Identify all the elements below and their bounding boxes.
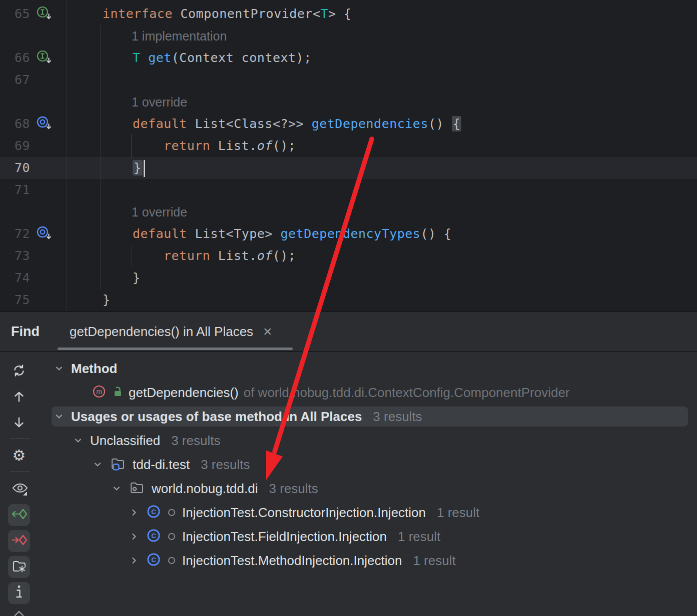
class-result-label: InjectionTest.ConstructorInjection.Injec… (182, 505, 426, 520)
close-icon[interactable]: × (263, 324, 272, 339)
code-keyword: interface (103, 6, 181, 21)
editor-inlay-row: 1 override (0, 201, 697, 223)
chevron-right-icon[interactable] (129, 556, 139, 566)
tree-row-method-result[interactable]: m getDependencies() of world.nobug.tdd.d… (0, 380, 697, 404)
code-static-method: of (257, 248, 273, 263)
line-number: 65 (0, 3, 30, 25)
group-label: Unclassified (90, 433, 160, 448)
line-number: 73 (0, 245, 30, 267)
usages-label: Usages or usages of base method in All P… (71, 409, 362, 424)
class-result-label: InjectionTest.MethodInjection.Injection (182, 553, 402, 568)
tree-row-class-result[interactable]: C InjectionTest.ConstructorInjection.Inj… (0, 500, 697, 524)
line-number: 67 (0, 69, 30, 91)
code-method-name: getDependencies (312, 116, 428, 131)
tab-selected-indicator (58, 348, 293, 350)
svg-text:C: C (151, 532, 156, 540)
class-icon: C (146, 528, 161, 545)
tree-row-unclassified[interactable]: Unclassified 3 results (0, 428, 697, 452)
class-result-count: 1 result (413, 553, 455, 568)
editor-inlay-row: 1 override (0, 91, 697, 113)
info-button[interactable] (8, 582, 30, 604)
editor-line: 71 (0, 179, 697, 201)
text-caret (144, 160, 145, 177)
class-result-label: InjectionTest.FieldInjection.Injection (182, 529, 387, 544)
module-label: tdd-di.test (133, 457, 190, 472)
code-editor[interactable]: 65 interface ComponentProvider<T> { 1 im… (0, 0, 697, 311)
editor-line: 75 } (0, 289, 697, 311)
tab-find-results[interactable]: getDependencies() in All Places × (58, 312, 284, 351)
tree-row-package[interactable]: world.nobug.tdd.di 3 results (0, 476, 697, 500)
chevron-down-icon[interactable] (112, 484, 122, 494)
line-number-current: 70 (0, 157, 30, 179)
tab-title: getDependencies() in All Places (70, 324, 253, 340)
editor-line: 67 (0, 69, 697, 91)
editor-line-current: 70 } (0, 157, 697, 179)
find-panel-title: Find (11, 312, 40, 351)
editor-line: 73 return List.of(); (0, 245, 697, 267)
svg-text:C: C (151, 556, 156, 564)
chevron-down-icon[interactable] (73, 436, 83, 446)
tree-row-class-result[interactable]: C InjectionTest.FieldInjection.Injection… (0, 524, 697, 548)
line-number: 75 (0, 289, 30, 311)
tree-row-class-result[interactable]: C InjectionTest.MethodInjection.Injectio… (0, 548, 697, 572)
line-number: 72 (0, 223, 30, 245)
package-folder-icon (129, 480, 145, 498)
public-lock-icon (112, 385, 124, 400)
tree-row-method-header[interactable]: Method (0, 356, 697, 380)
class-result-count: 1 result (398, 529, 440, 544)
chevron-right-icon[interactable] (129, 508, 139, 518)
code-static-method: of (257, 138, 273, 153)
visibility-dot-icon (168, 533, 175, 540)
overridden-icon[interactable] (36, 116, 53, 132)
method-result-name: getDependencies() (129, 385, 239, 400)
matched-brace: { (452, 116, 462, 132)
line-number: 71 (0, 179, 30, 201)
section-label: Method (71, 361, 117, 376)
chevron-right-icon[interactable] (129, 532, 139, 542)
chevron-down-icon[interactable] (93, 460, 103, 470)
line-number: 68 (0, 113, 30, 135)
package-label: world.nobug.tdd.di (152, 481, 258, 496)
editor-line: 69 return List.of(); (0, 135, 697, 157)
package-count: 3 results (269, 481, 318, 496)
chevron-up-icon[interactable] (12, 605, 27, 616)
editor-line: 72 default List<Type> getDependencyTypes… (0, 223, 697, 245)
method-icon: m (92, 384, 107, 401)
implemented-icon[interactable] (36, 50, 53, 66)
module-folder-icon (110, 456, 126, 474)
tree-row-module[interactable]: tdd-di.test 3 results (0, 452, 697, 476)
visibility-dot-icon (168, 509, 175, 516)
editor-inlay-row: 1 implementation (0, 25, 697, 47)
tree-row-usages-header[interactable]: Usages or usages of base method in All P… (0, 404, 697, 428)
usages-count: 3 results (373, 409, 422, 424)
group-count: 3 results (171, 433, 220, 448)
visibility-dot-icon (168, 557, 175, 564)
module-count: 3 results (201, 457, 250, 472)
svg-text:C: C (151, 508, 156, 516)
inlay-hint-implementations[interactable]: 1 implementation (132, 25, 227, 47)
find-tool-window: Find getDependencies() in All Places × ⚙ (0, 311, 697, 616)
editor-line: 68 default List<Class<?>> getDependencie… (0, 113, 697, 135)
class-result-count: 1 result (437, 505, 479, 520)
info-icon (15, 584, 23, 602)
chevron-down-icon[interactable] (54, 412, 64, 422)
code-method-name: getDependencyTypes (280, 226, 420, 241)
line-number: 74 (0, 267, 30, 289)
editor-line: 65 interface ComponentProvider<T> { (0, 3, 697, 25)
editor-line: 66 T get(Context context); (0, 47, 697, 69)
find-panel-header: Find getDependencies() in All Places × (0, 312, 697, 352)
line-number: 69 (0, 135, 30, 157)
inlay-hint-overrides[interactable]: 1 override (132, 201, 187, 223)
code-method-name: get (148, 50, 172, 65)
matched-brace: } (133, 160, 143, 176)
inlay-hint-overrides[interactable]: 1 override (132, 91, 187, 113)
code-classname: ComponentProvider (181, 6, 313, 21)
editor-line: 74 } (0, 267, 697, 289)
overridden-icon[interactable] (36, 226, 53, 242)
code-typeparam: T (320, 6, 328, 21)
implemented-icon[interactable] (36, 6, 53, 22)
svg-text:m: m (96, 388, 102, 396)
line-number: 66 (0, 47, 30, 69)
chevron-down-icon[interactable] (54, 364, 64, 374)
class-icon: C (146, 552, 161, 569)
